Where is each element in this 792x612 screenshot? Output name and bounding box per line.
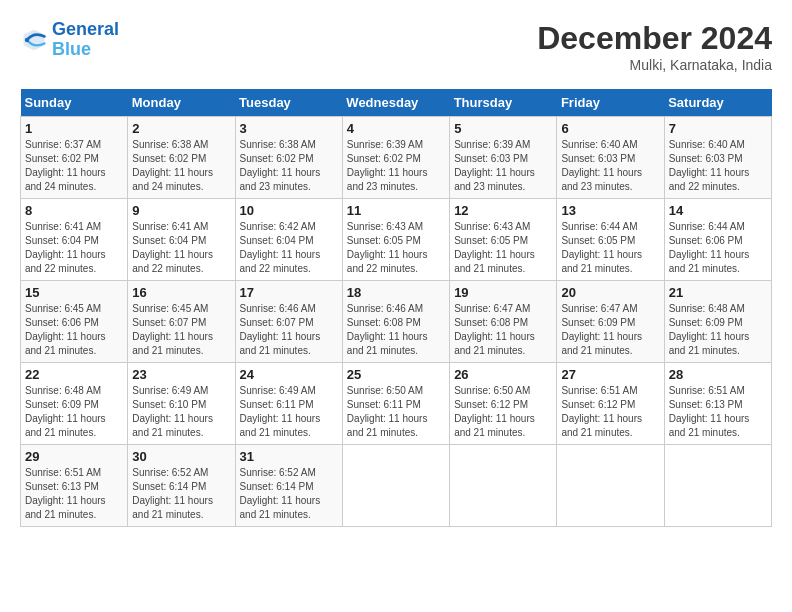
table-row: 20Sunrise: 6:47 AM Sunset: 6:09 PM Dayli…: [557, 281, 664, 363]
table-row: 24Sunrise: 6:49 AM Sunset: 6:11 PM Dayli…: [235, 363, 342, 445]
header-saturday: Saturday: [664, 89, 771, 117]
day-info: Sunrise: 6:52 AM Sunset: 6:14 PM Dayligh…: [132, 466, 230, 522]
table-row: [450, 445, 557, 527]
day-number: 30: [132, 449, 230, 464]
header-monday: Monday: [128, 89, 235, 117]
header-friday: Friday: [557, 89, 664, 117]
table-row: 23Sunrise: 6:49 AM Sunset: 6:10 PM Dayli…: [128, 363, 235, 445]
day-number: 29: [25, 449, 123, 464]
day-info: Sunrise: 6:45 AM Sunset: 6:06 PM Dayligh…: [25, 302, 123, 358]
title-block: December 2024 Mulki, Karnataka, India: [537, 20, 772, 73]
table-row: 4Sunrise: 6:39 AM Sunset: 6:02 PM Daylig…: [342, 117, 449, 199]
day-info: Sunrise: 6:46 AM Sunset: 6:07 PM Dayligh…: [240, 302, 338, 358]
day-info: Sunrise: 6:51 AM Sunset: 6:13 PM Dayligh…: [25, 466, 123, 522]
page-header: General Blue December 2024 Mulki, Karnat…: [20, 20, 772, 73]
table-row: 22Sunrise: 6:48 AM Sunset: 6:09 PM Dayli…: [21, 363, 128, 445]
day-number: 22: [25, 367, 123, 382]
day-number: 26: [454, 367, 552, 382]
day-number: 25: [347, 367, 445, 382]
day-number: 8: [25, 203, 123, 218]
day-number: 1: [25, 121, 123, 136]
svg-point-1: [25, 38, 29, 42]
calendar-week-row: 15Sunrise: 6:45 AM Sunset: 6:06 PM Dayli…: [21, 281, 772, 363]
day-info: Sunrise: 6:41 AM Sunset: 6:04 PM Dayligh…: [132, 220, 230, 276]
day-info: Sunrise: 6:44 AM Sunset: 6:06 PM Dayligh…: [669, 220, 767, 276]
day-info: Sunrise: 6:37 AM Sunset: 6:02 PM Dayligh…: [25, 138, 123, 194]
day-number: 23: [132, 367, 230, 382]
table-row: [557, 445, 664, 527]
day-number: 12: [454, 203, 552, 218]
day-info: Sunrise: 6:39 AM Sunset: 6:03 PM Dayligh…: [454, 138, 552, 194]
day-number: 10: [240, 203, 338, 218]
day-info: Sunrise: 6:40 AM Sunset: 6:03 PM Dayligh…: [669, 138, 767, 194]
day-number: 3: [240, 121, 338, 136]
day-info: Sunrise: 6:48 AM Sunset: 6:09 PM Dayligh…: [25, 384, 123, 440]
day-number: 21: [669, 285, 767, 300]
table-row: 13Sunrise: 6:44 AM Sunset: 6:05 PM Dayli…: [557, 199, 664, 281]
day-number: 27: [561, 367, 659, 382]
table-row: 26Sunrise: 6:50 AM Sunset: 6:12 PM Dayli…: [450, 363, 557, 445]
day-info: Sunrise: 6:48 AM Sunset: 6:09 PM Dayligh…: [669, 302, 767, 358]
calendar-week-row: 8Sunrise: 6:41 AM Sunset: 6:04 PM Daylig…: [21, 199, 772, 281]
table-row: 18Sunrise: 6:46 AM Sunset: 6:08 PM Dayli…: [342, 281, 449, 363]
day-info: Sunrise: 6:39 AM Sunset: 6:02 PM Dayligh…: [347, 138, 445, 194]
table-row: [342, 445, 449, 527]
logo-text: General Blue: [52, 20, 119, 60]
header-sunday: Sunday: [21, 89, 128, 117]
day-number: 9: [132, 203, 230, 218]
day-info: Sunrise: 6:43 AM Sunset: 6:05 PM Dayligh…: [347, 220, 445, 276]
day-info: Sunrise: 6:51 AM Sunset: 6:13 PM Dayligh…: [669, 384, 767, 440]
calendar-header-row: Sunday Monday Tuesday Wednesday Thursday…: [21, 89, 772, 117]
table-row: 12Sunrise: 6:43 AM Sunset: 6:05 PM Dayli…: [450, 199, 557, 281]
day-info: Sunrise: 6:43 AM Sunset: 6:05 PM Dayligh…: [454, 220, 552, 276]
month-title: December 2024: [537, 20, 772, 57]
day-number: 18: [347, 285, 445, 300]
table-row: 17Sunrise: 6:46 AM Sunset: 6:07 PM Dayli…: [235, 281, 342, 363]
table-row: 15Sunrise: 6:45 AM Sunset: 6:06 PM Dayli…: [21, 281, 128, 363]
table-row: 1Sunrise: 6:37 AM Sunset: 6:02 PM Daylig…: [21, 117, 128, 199]
table-row: 8Sunrise: 6:41 AM Sunset: 6:04 PM Daylig…: [21, 199, 128, 281]
day-number: 14: [669, 203, 767, 218]
header-tuesday: Tuesday: [235, 89, 342, 117]
day-number: 28: [669, 367, 767, 382]
calendar-week-row: 29Sunrise: 6:51 AM Sunset: 6:13 PM Dayli…: [21, 445, 772, 527]
day-info: Sunrise: 6:38 AM Sunset: 6:02 PM Dayligh…: [240, 138, 338, 194]
table-row: 7Sunrise: 6:40 AM Sunset: 6:03 PM Daylig…: [664, 117, 771, 199]
day-number: 4: [347, 121, 445, 136]
table-row: 16Sunrise: 6:45 AM Sunset: 6:07 PM Dayli…: [128, 281, 235, 363]
day-info: Sunrise: 6:44 AM Sunset: 6:05 PM Dayligh…: [561, 220, 659, 276]
calendar-week-row: 22Sunrise: 6:48 AM Sunset: 6:09 PM Dayli…: [21, 363, 772, 445]
day-info: Sunrise: 6:45 AM Sunset: 6:07 PM Dayligh…: [132, 302, 230, 358]
day-number: 11: [347, 203, 445, 218]
day-info: Sunrise: 6:40 AM Sunset: 6:03 PM Dayligh…: [561, 138, 659, 194]
table-row: 29Sunrise: 6:51 AM Sunset: 6:13 PM Dayli…: [21, 445, 128, 527]
table-row: 31Sunrise: 6:52 AM Sunset: 6:14 PM Dayli…: [235, 445, 342, 527]
day-info: Sunrise: 6:41 AM Sunset: 6:04 PM Dayligh…: [25, 220, 123, 276]
day-info: Sunrise: 6:50 AM Sunset: 6:11 PM Dayligh…: [347, 384, 445, 440]
table-row: 30Sunrise: 6:52 AM Sunset: 6:14 PM Dayli…: [128, 445, 235, 527]
day-info: Sunrise: 6:49 AM Sunset: 6:10 PM Dayligh…: [132, 384, 230, 440]
table-row: 10Sunrise: 6:42 AM Sunset: 6:04 PM Dayli…: [235, 199, 342, 281]
table-row: 11Sunrise: 6:43 AM Sunset: 6:05 PM Dayli…: [342, 199, 449, 281]
day-number: 15: [25, 285, 123, 300]
table-row: 3Sunrise: 6:38 AM Sunset: 6:02 PM Daylig…: [235, 117, 342, 199]
day-info: Sunrise: 6:52 AM Sunset: 6:14 PM Dayligh…: [240, 466, 338, 522]
table-row: 19Sunrise: 6:47 AM Sunset: 6:08 PM Dayli…: [450, 281, 557, 363]
table-row: 27Sunrise: 6:51 AM Sunset: 6:12 PM Dayli…: [557, 363, 664, 445]
calendar-week-row: 1Sunrise: 6:37 AM Sunset: 6:02 PM Daylig…: [21, 117, 772, 199]
day-number: 5: [454, 121, 552, 136]
day-number: 19: [454, 285, 552, 300]
day-info: Sunrise: 6:42 AM Sunset: 6:04 PM Dayligh…: [240, 220, 338, 276]
table-row: 14Sunrise: 6:44 AM Sunset: 6:06 PM Dayli…: [664, 199, 771, 281]
table-row: 25Sunrise: 6:50 AM Sunset: 6:11 PM Dayli…: [342, 363, 449, 445]
table-row: 9Sunrise: 6:41 AM Sunset: 6:04 PM Daylig…: [128, 199, 235, 281]
calendar-table: Sunday Monday Tuesday Wednesday Thursday…: [20, 89, 772, 527]
table-row: 21Sunrise: 6:48 AM Sunset: 6:09 PM Dayli…: [664, 281, 771, 363]
day-info: Sunrise: 6:49 AM Sunset: 6:11 PM Dayligh…: [240, 384, 338, 440]
day-info: Sunrise: 6:47 AM Sunset: 6:08 PM Dayligh…: [454, 302, 552, 358]
day-number: 24: [240, 367, 338, 382]
day-number: 17: [240, 285, 338, 300]
day-number: 7: [669, 121, 767, 136]
day-info: Sunrise: 6:51 AM Sunset: 6:12 PM Dayligh…: [561, 384, 659, 440]
day-info: Sunrise: 6:46 AM Sunset: 6:08 PM Dayligh…: [347, 302, 445, 358]
